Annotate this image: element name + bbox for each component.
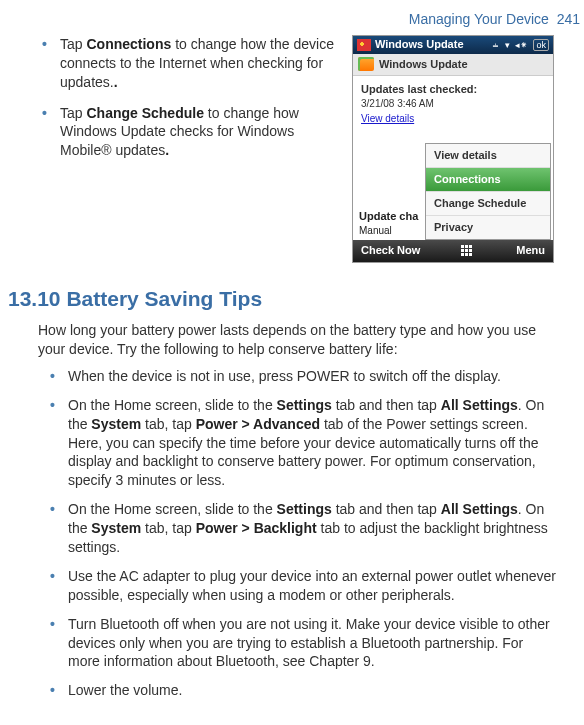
start-flag-icon (357, 39, 371, 51)
tip-item-4: Turn Bluetooth off when you are not usin… (38, 615, 556, 672)
phone-screenshot: Windows Update ⫨ ▾ ◂⁕ ok Windows Update … (352, 35, 554, 263)
section-title: Managing Your Device (409, 11, 549, 27)
update-check-mode: Manual (359, 224, 418, 238)
apps-grid-icon[interactable] (461, 245, 475, 257)
menu-item-view-details[interactable]: View details (426, 144, 550, 168)
top-bullet-0: Tap Connections to change how the device… (30, 35, 340, 92)
tip-item-3: Use the AC adapter to plug your device i… (38, 567, 556, 605)
windows-update-band: Windows Update (353, 54, 553, 76)
softkey-left[interactable]: Check Now (361, 243, 420, 258)
tip-item-5: Lower the volume. (38, 681, 556, 700)
updates-last-checked-time: 3/21/08 3:46 AM (361, 97, 545, 111)
speaker-icon: ◂⁕ (515, 40, 528, 50)
updates-last-checked-label: Updates last checked: (361, 82, 545, 97)
page-header: Managing Your Device 241 (0, 10, 584, 29)
section-heading: 13.10 Battery Saving Tips (8, 285, 584, 313)
windows-update-icon (358, 57, 374, 71)
windows-update-label: Windows Update (379, 57, 468, 72)
phone-body: Updates last checked: 3/21/08 3:46 AM Vi… (353, 76, 553, 140)
tip-item-0: When the device is not in use, press POW… (38, 367, 556, 386)
menu-item-privacy[interactable]: Privacy (426, 216, 550, 239)
phone-softkey-bar: Check Now Menu (353, 240, 553, 262)
update-check-label: Update cha (359, 209, 418, 224)
softkey-right[interactable]: Menu (516, 243, 545, 258)
signal-bars-icon: ▾ (505, 40, 510, 50)
phone-titlebar: Windows Update ⫨ ▾ ◂⁕ ok (353, 36, 553, 54)
menu-item-connections[interactable]: Connections (426, 168, 550, 192)
update-check-peek: Update cha Manual (359, 209, 418, 237)
tip-item-2: On the Home screen, slide to the Setting… (38, 500, 556, 557)
signal-icon: ⫨ (491, 40, 500, 50)
tip-item-1: On the Home screen, slide to the Setting… (38, 396, 556, 490)
page-number: 241 (557, 11, 580, 27)
intro-paragraph: How long your battery power lasts depend… (38, 321, 556, 359)
top-instruction-block: Tap Connections to change how the device… (30, 35, 340, 172)
menu-item-change-schedule[interactable]: Change Schedule (426, 192, 550, 216)
top-bullet-1: Tap Change Schedule to change how Window… (30, 104, 340, 161)
status-icons: ⫨ ▾ ◂⁕ ok (489, 37, 549, 52)
menu-popup: View detailsConnectionsChange SchedulePr… (425, 143, 551, 239)
view-details-link[interactable]: View details (361, 112, 414, 126)
phone-title: Windows Update (375, 37, 489, 52)
ok-button[interactable]: ok (533, 39, 549, 51)
